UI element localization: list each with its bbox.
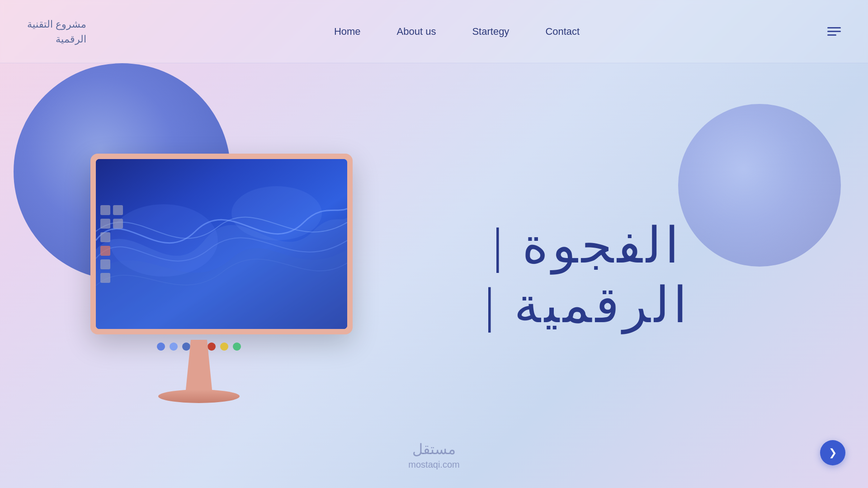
watermark-url: mostaqi.com: [408, 460, 459, 470]
sidebar-row-4: [100, 246, 123, 256]
svg-point-2: [231, 186, 322, 240]
watermark-arabic: مستقل: [408, 441, 459, 458]
dot-1: [157, 343, 165, 351]
sidebar-row-5: [100, 259, 123, 269]
svg-point-1: [109, 204, 218, 277]
monitor-screen: [96, 159, 347, 329]
sidebar-icon-3: [100, 219, 110, 229]
nav-about[interactable]: About us: [397, 26, 436, 38]
dot-2: [170, 343, 178, 351]
header: مشروع التقنية الرقمية Home About us Star…: [0, 0, 868, 63]
heading-line2: الرقمية |: [485, 276, 691, 335]
sidebar-icon-4: [113, 219, 123, 229]
dot-7: [233, 343, 241, 351]
logo-line2: الرقمية: [27, 32, 86, 47]
sidebar-row-3: [100, 232, 123, 242]
hamburger-line-2: [827, 31, 841, 32]
arabic-heading: الفجوة | الرقمية |: [485, 216, 691, 335]
nav-home[interactable]: Home: [334, 26, 361, 38]
hero-section: الفجوة | الرقمية |: [0, 63, 868, 488]
dot-6: [220, 343, 228, 351]
sidebar-row-6: [100, 273, 123, 283]
sidebar-icon-8: [100, 273, 110, 283]
sidebar-row-1: [100, 205, 123, 215]
hamburger-line-1: [827, 27, 841, 28]
sidebar-icon-2: [113, 205, 123, 215]
navigation: Home About us Startegy Contact: [334, 26, 580, 38]
dot-3: [182, 343, 190, 351]
stand-base: [158, 389, 240, 403]
logo: مشروع التقنية الرقمية: [27, 17, 86, 47]
hero-text-area: الفجوة | الرقمية |: [362, 216, 832, 335]
hamburger-menu[interactable]: [827, 27, 841, 36]
monitor-body: [90, 154, 353, 334]
logo-line1: مشروع التقنية: [27, 17, 86, 32]
hamburger-line-3: [827, 34, 836, 36]
sidebar-row-2: [100, 219, 123, 229]
sidebar-icon-6: [100, 246, 110, 256]
nav-contact[interactable]: Contact: [545, 26, 580, 38]
sidebar-icon-1: [100, 205, 110, 215]
sidebar-icon-5: [100, 232, 110, 242]
screen-waves-svg: [96, 159, 347, 329]
heading-line1: الفجوة |: [485, 216, 691, 276]
screen-sidebar: [100, 205, 123, 283]
nav-strategy[interactable]: Startegy: [472, 26, 509, 38]
next-button[interactable]: [820, 440, 845, 465]
computer-illustration: [36, 117, 362, 434]
dot-5: [208, 343, 216, 351]
sidebar-icon-7: [100, 259, 110, 269]
watermark: مستقل mostaqi.com: [408, 441, 459, 470]
